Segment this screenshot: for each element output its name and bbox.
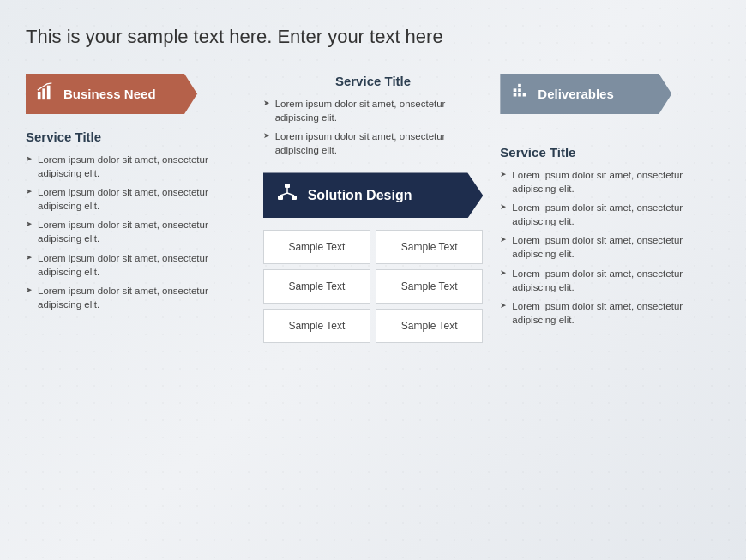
svg-rect-5 [278,196,283,200]
grid-cell-0-1: Sample Text [376,230,483,264]
svg-rect-15 [519,84,522,87]
svg-rect-13 [514,88,517,92]
list-item: Lorem ipsum dolor sit amet, onsectetur a… [26,185,246,213]
list-item: Lorem ipsum dolor sit amet, onsectetur a… [263,129,484,157]
list-item: Lorem ipsum dolor sit amet, onsectetur a… [500,201,720,228]
left-service-title: Service Title [26,129,246,144]
list-item: Lorem ipsum dolor sit amet, onsectetur a… [500,267,720,294]
deliverables-icon [510,82,529,105]
svg-rect-6 [292,196,297,200]
svg-line-9 [287,193,294,196]
svg-rect-2 [47,86,51,100]
grid-cell-1-1: Sample Text [376,269,483,304]
solution-design-label: Solution Design [308,188,412,203]
svg-rect-0 [38,92,41,99]
list-item: Lorem ipsum dolor sit amet, onsectetur a… [26,251,246,279]
sample-grid: Sample Text Sample Text Sample Text Samp… [263,230,484,343]
middle-column: Service Title Lorem ipsum dolor sit amet… [263,74,484,343]
svg-rect-10 [514,93,517,97]
svg-rect-4 [285,184,290,188]
grid-cell-2-1: Sample Text [376,309,483,343]
list-item: Lorem ipsum dolor sit amet, onsectetur a… [26,153,246,180]
svg-rect-11 [519,93,522,97]
list-item: Lorem ipsum dolor sit amet, onsectetur a… [263,97,484,124]
right-column: Deliverables Service Title Lorem ipsum d… [500,74,720,332]
network-icon [277,183,298,208]
deliverables-label: Deliverables [538,87,613,101]
deliverables-banner: Deliverables [500,74,720,129]
middle-bullet-list: Lorem ipsum dolor sit amet, onsectetur a… [263,97,484,157]
right-bullet-list: Lorem ipsum dolor sit amet, onsectetur a… [500,168,720,327]
deliverables-arrow: Deliverables [500,74,671,114]
svg-line-8 [280,193,287,196]
svg-rect-1 [42,88,45,99]
middle-service-title: Service Title [263,74,484,88]
columns-layout: Business Need Service Title Lorem ipsum … [26,74,720,343]
list-item: Lorem ipsum dolor sit amet, onsectetur a… [500,168,720,196]
main-container: This is your sample text here. Enter you… [0,0,746,360]
page-title: This is your sample text here. Enter you… [26,26,720,48]
left-bullet-list: Lorem ipsum dolor sit amet, onsectetur a… [26,153,246,311]
list-item: Lorem ipsum dolor sit amet, onsectetur a… [26,218,246,245]
left-column: Business Need Service Title Lorem ipsum … [26,74,246,316]
right-service-title: Service Title [500,145,720,160]
solution-design-banner: Solution Design [263,172,484,218]
grid-cell-2-0: Sample Text [263,309,370,343]
list-item: Lorem ipsum dolor sit amet, onsectetur a… [500,233,720,261]
svg-rect-12 [523,93,526,97]
grid-cell-1-0: Sample Text [263,269,370,304]
chart-icon [36,82,55,105]
business-need-arrow: Business Need [26,74,197,114]
business-need-banner: Business Need [26,74,246,114]
grid-cell-0-0: Sample Text [263,230,370,264]
list-item: Lorem ipsum dolor sit amet, onsectetur a… [500,299,720,327]
svg-rect-14 [519,88,522,92]
business-need-label: Business Need [63,87,156,101]
list-item: Lorem ipsum dolor sit amet, onsectetur a… [26,284,246,311]
